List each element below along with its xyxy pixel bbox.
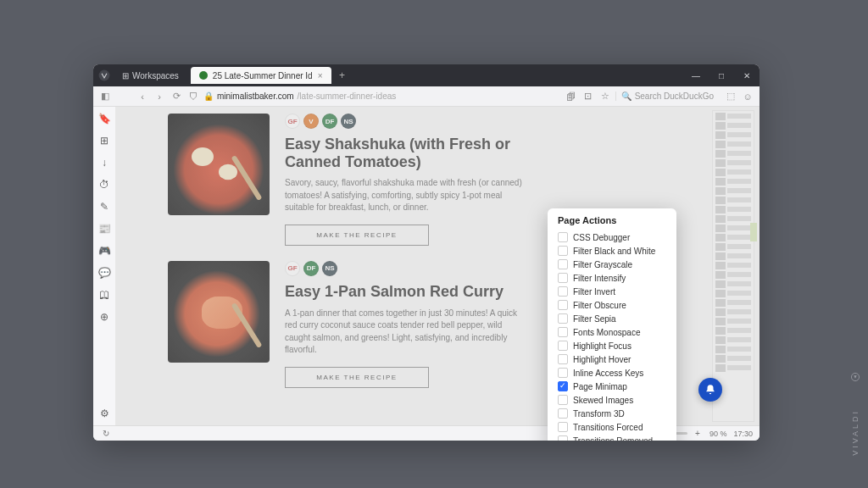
vivaldi-logo-icon[interactable] [93, 69, 115, 81]
checkbox-icon [558, 408, 568, 419]
panel-icon-5[interactable]: 📰 [97, 222, 111, 236]
panel-icon-6[interactable]: 🎮 [97, 244, 111, 258]
close-window-button[interactable]: ✕ [734, 71, 760, 80]
page-action-label: Inline Access Keys [573, 369, 643, 378]
search-icon: 🔍 [621, 92, 632, 101]
page-action-item[interactable]: Filter Obscure [548, 298, 676, 312]
bell-icon [704, 384, 716, 396]
qr-icon[interactable]: ⊡ [581, 91, 595, 102]
lock-icon: 🔒 [203, 92, 214, 101]
checkbox-icon [558, 286, 568, 297]
tab-strip: 25 Late-Summer Dinner Id × + [191, 64, 350, 86]
checkbox-icon [558, 368, 568, 378]
bookmark-icon[interactable]: ☆ [598, 91, 612, 102]
page-actions-popup: Page Actions CSS DebuggerFilter Black an… [548, 208, 676, 441]
new-tab-button[interactable]: + [335, 69, 350, 81]
page-action-item[interactable]: CSS Debugger [548, 230, 676, 244]
settings-icon[interactable]: ⚙ [97, 407, 111, 420]
page-action-label: Highlight Focus [573, 341, 632, 351]
page-action-label: CSS Debugger [573, 233, 630, 242]
page-action-item[interactable]: Filter Sepia [548, 312, 676, 325]
checkbox-icon [558, 395, 568, 405]
page-minimap[interactable] [712, 110, 754, 422]
make-recipe-button[interactable]: MAKE THE RECIPE [285, 225, 429, 246]
sync-icon[interactable]: ↻ [103, 429, 109, 438]
shield-icon[interactable]: ⛉ [186, 92, 200, 102]
page-action-item[interactable]: Highlight Hover [548, 352, 676, 366]
panel-icon-7[interactable]: 💬 [97, 266, 111, 280]
checkbox-icon [558, 273, 568, 283]
checkbox-icon [558, 232, 568, 242]
page-action-item[interactable]: Fonts Monospace [548, 325, 676, 339]
recipe-badges: GF V DF NS [285, 114, 522, 129]
forward-button[interactable]: › [153, 92, 166, 102]
page-action-item[interactable]: Transitions Removed [548, 434, 676, 441]
url-field[interactable]: 🔒 minimalistbaker.com/late-summer-dinner… [203, 92, 396, 101]
checkbox-icon [558, 341, 568, 351]
address-bar: ◧ ‹ › ⟳ ⛉ 🔒 minimalistbaker.com/late-sum… [93, 86, 760, 107]
tab-close-icon[interactable]: × [318, 71, 323, 80]
page-action-label: Transitions Removed [573, 436, 653, 441]
page-action-item[interactable]: Transitions Forced [548, 420, 676, 434]
panel-icon-1[interactable]: ⊞ [97, 134, 111, 147]
recipe-title[interactable]: Easy 1-Pan Salmon Red Curry [285, 283, 522, 301]
checkbox-icon [558, 313, 568, 324]
profile-icon[interactable]: ☺ [741, 92, 754, 102]
page-action-item[interactable]: Filter Grayscale [548, 258, 676, 271]
minimap-viewport[interactable] [750, 223, 757, 241]
checkbox-icon [558, 422, 568, 432]
page-action-label: Transitions Forced [573, 423, 643, 432]
recipe-title[interactable]: Easy Shakshuka (with Fresh or Canned Tom… [285, 136, 522, 170]
badge-gf: GF [285, 114, 300, 129]
back-button[interactable]: ‹ [136, 92, 149, 102]
panel-icon-4[interactable]: ✎ [97, 200, 111, 214]
panel-icon-0[interactable]: 🔖 [97, 112, 111, 125]
workspaces-label: Workspaces [132, 71, 179, 80]
page-action-item[interactable]: Filter Black and White [548, 244, 676, 258]
reload-button[interactable]: ⟳ [170, 91, 183, 102]
page-action-label: Filter Black and White [573, 247, 655, 256]
recipe-badges: GF DF NS [285, 261, 522, 276]
badge-df: DF [303, 261, 319, 276]
search-placeholder: Search DuckDuckGo [635, 92, 714, 101]
checkbox-icon [558, 246, 568, 256]
maximize-button[interactable]: □ [709, 71, 734, 80]
notifications-fab[interactable] [698, 378, 722, 402]
page-action-item[interactable]: Filter Intensify [548, 271, 676, 285]
search-field[interactable]: 🔍 Search DuckDuckGo [615, 92, 714, 101]
extensions-icon[interactable]: ⬚ [724, 91, 737, 102]
zoom-in-button[interactable]: + [695, 429, 700, 438]
panel-icon-3[interactable]: ⏱ [97, 178, 111, 191]
workspaces-button[interactable]: ⊞ Workspaces [115, 71, 186, 80]
panel-rail: 🔖 ⊞ ↓ ⏱ ✎ 📰 🎮 💬 🕮 ⊕ ⚙ [93, 107, 115, 425]
page-action-label: Page Minimap [573, 382, 627, 391]
recipe-image[interactable] [168, 114, 270, 215]
url-host: minimalistbaker.com [217, 92, 294, 101]
panel-icon-9[interactable]: ⊕ [97, 310, 111, 324]
favicon-icon [199, 71, 208, 80]
recipe-image[interactable] [168, 261, 270, 363]
badge-df: DF [322, 114, 337, 129]
minimize-button[interactable]: — [683, 71, 709, 80]
make-recipe-button[interactable]: MAKE THE RECIPE [285, 367, 429, 388]
badge-v: V [303, 114, 319, 129]
panel-icon-8[interactable]: 🕮 [97, 288, 111, 302]
tab-active[interactable]: 25 Late-Summer Dinner Id × [191, 67, 331, 84]
page-action-item[interactable]: Transform 3D [548, 407, 676, 420]
page-action-item[interactable]: Inline Access Keys [548, 366, 676, 380]
page-action-item[interactable]: Page Minimap [548, 380, 676, 393]
vivaldi-watermark-icon [851, 373, 860, 381]
checkbox-icon [558, 259, 568, 269]
panel-icon-2[interactable]: ↓ [97, 156, 111, 169]
page-action-item[interactable]: Highlight Focus [548, 339, 676, 352]
window-controls: — □ ✕ [683, 71, 760, 80]
panel-toggle-icon[interactable]: ◧ [98, 91, 112, 102]
page-action-label: Fonts Monospace [573, 328, 641, 337]
page-action-item[interactable]: Skewed Images [548, 393, 676, 407]
badge-ns: NS [322, 261, 337, 276]
reader-icon[interactable]: 🗐 [565, 92, 578, 102]
page-action-item[interactable]: Filter Invert [548, 285, 676, 298]
checkbox-icon [558, 435, 568, 441]
page-action-label: Highlight Hover [573, 355, 631, 364]
page-action-label: Filter Obscure [573, 301, 626, 310]
